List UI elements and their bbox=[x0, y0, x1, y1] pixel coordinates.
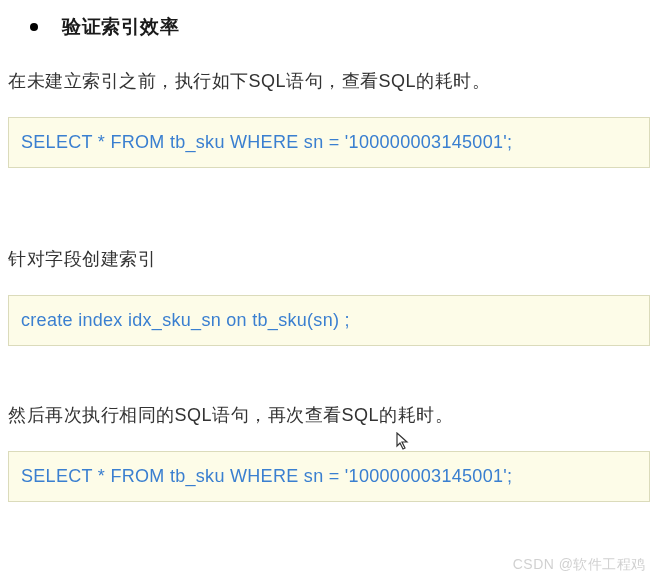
code-text: create index idx_sku_sn on tb_sku(sn) ; bbox=[21, 310, 350, 330]
paragraph-create-index: 针对字段创建索引 bbox=[8, 246, 650, 273]
bullet-icon bbox=[30, 23, 38, 31]
code-text: SELECT * FROM tb_sku WHERE sn = '1000000… bbox=[21, 132, 512, 152]
code-text: SELECT * FROM tb_sku WHERE sn = '1000000… bbox=[21, 466, 512, 486]
code-block-select-1: SELECT * FROM tb_sku WHERE sn = '1000000… bbox=[8, 117, 650, 168]
paragraph-before-index: 在未建立索引之前，执行如下SQL语句，查看SQL的耗时。 bbox=[8, 68, 650, 95]
spacer bbox=[8, 370, 650, 402]
code-block-select-2: SELECT * FROM tb_sku WHERE sn = '1000000… bbox=[8, 451, 650, 502]
section-heading: 验证索引效率 bbox=[8, 14, 650, 40]
spacer bbox=[8, 192, 650, 246]
heading-text: 验证索引效率 bbox=[62, 14, 179, 40]
code-block-create-index: create index idx_sku_sn on tb_sku(sn) ; bbox=[8, 295, 650, 346]
watermark-text: CSDN @软件工程鸡 bbox=[513, 556, 646, 574]
paragraph-after-index: 然后再次执行相同的SQL语句，再次查看SQL的耗时。 bbox=[8, 402, 650, 429]
